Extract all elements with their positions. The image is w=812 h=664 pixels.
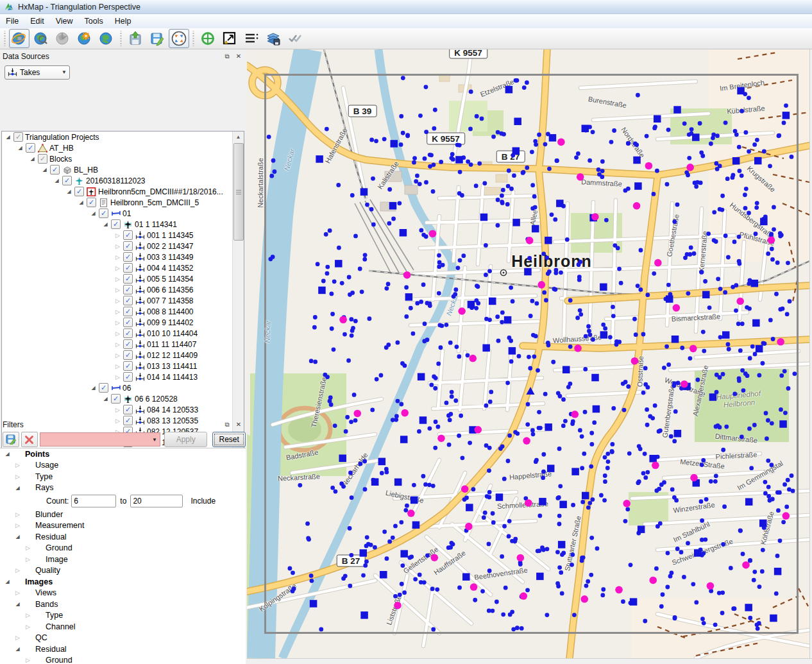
filter-row-views[interactable]: ▷Views (0, 588, 246, 599)
collapse-icon[interactable]: ◢ (14, 533, 21, 540)
tree-row[interactable]: ◢✓20160318112023 (2, 175, 244, 186)
tree-row[interactable]: ▷✓004 4 114352 (2, 262, 244, 273)
scroll-thumb[interactable] (233, 143, 244, 241)
filter-row-ground[interactable]: ▷Ground (0, 543, 246, 554)
filter-preset-dropdown[interactable]: ▼ (40, 432, 160, 447)
rays-count-to-input[interactable] (130, 495, 183, 507)
filter-row-measurement[interactable]: ▷Measurement (0, 520, 246, 532)
tree-row[interactable]: ▷✓005 5 114354 (2, 273, 244, 284)
expand-icon[interactable]: ▷ (24, 612, 31, 619)
collapse-icon[interactable]: ◢ (90, 384, 97, 391)
filter-row-residual[interactable]: ◢Residual (0, 531, 246, 543)
tree-row[interactable]: ◢✓01 1 114341 (2, 219, 244, 230)
expand-icon[interactable]: ▷ (24, 657, 31, 664)
tree-row[interactable]: ◢✓06 6 120528 (2, 393, 244, 404)
map-canvas[interactable]: Heilbronn NeckartalstraßeNeckarNeckarNec… (247, 49, 809, 658)
tree-row[interactable]: ▷✓001 1 114345 (2, 230, 244, 241)
filter-row-image[interactable]: ▷Image (0, 554, 246, 565)
collapse-icon[interactable]: ◢ (90, 210, 97, 217)
expand-icon[interactable]: ▷ (114, 264, 121, 271)
checkbox[interactable]: ✓ (123, 252, 133, 262)
collapse-icon[interactable]: ◢ (102, 395, 109, 402)
reset-button[interactable]: Reset (212, 432, 246, 447)
data-sources-tree[interactable]: ◢✓Triangulation Projects◢✓AT_HB◢✓Blocks◢… (1, 131, 244, 466)
expand-icon[interactable]: ▷ (14, 522, 21, 529)
tree-row[interactable]: ◢✓Heilbronn5cm_DMCIII##1/18/2016... (2, 186, 244, 197)
checkbox[interactable]: ✓ (99, 209, 108, 218)
apply-button[interactable]: Apply (164, 432, 207, 447)
expand-icon[interactable]: ▷ (24, 545, 31, 552)
filter-row-channel[interactable]: ▷Channel (0, 621, 246, 633)
rays-count-from-input[interactable] (71, 495, 116, 507)
save-edit-button[interactable] (147, 29, 167, 48)
filter-row-images[interactable]: ◢Images (0, 576, 246, 588)
expand-icon[interactable]: ▷ (114, 330, 121, 337)
checkbox[interactable]: ✓ (123, 285, 133, 294)
title-bar[interactable]: HxMap - Triangulation Perspective (0, 0, 812, 14)
fit-view-button[interactable] (169, 29, 189, 48)
expand-icon[interactable]: ▷ (14, 590, 21, 597)
collapse-icon[interactable]: ◢ (102, 221, 109, 228)
world-view-button[interactable] (96, 29, 117, 48)
collapse-icon[interactable]: ◢ (78, 199, 85, 206)
menu-item-file[interactable]: File (0, 15, 24, 27)
filter-row-ground[interactable]: ▷Ground (0, 655, 246, 664)
checkbox[interactable]: ✓ (50, 165, 60, 175)
collapse-icon[interactable]: ◢ (53, 177, 60, 184)
tree-row[interactable]: ◢✓BL_HB (2, 164, 244, 175)
workspace-globe-button[interactable] (9, 29, 30, 48)
expand-icon[interactable]: ▷ (114, 253, 121, 260)
delete-filter-button[interactable] (21, 432, 38, 447)
tree-row[interactable]: ▷✓010 10 114404 (2, 328, 244, 339)
menu-item-view[interactable]: View (50, 15, 79, 27)
tree-row[interactable]: ▷✓009 9 114402 (2, 317, 244, 328)
tree-row[interactable]: ▷✓006 6 114356 (2, 284, 244, 295)
filters-tree[interactable]: ◢Points▷Usage▷Type◢RaysCount:toInclude▷B… (0, 448, 246, 664)
menu-item-edit[interactable]: Edit (24, 15, 50, 27)
checkbox[interactable]: ✓ (87, 198, 96, 207)
close-panel-icon[interactable]: ✕ (234, 52, 243, 60)
checkbox[interactable]: ✓ (123, 307, 133, 316)
expand-icon[interactable]: ▷ (114, 286, 121, 293)
collapse-icon[interactable]: ◢ (14, 484, 21, 491)
validate-button[interactable] (285, 29, 305, 48)
collapse-icon[interactable]: ◢ (4, 578, 11, 585)
expand-icon[interactable]: ▷ (114, 341, 121, 348)
checkbox[interactable]: ✓ (123, 339, 133, 349)
list-options-button[interactable] (241, 29, 262, 48)
checkbox[interactable]: ✓ (13, 132, 23, 142)
checkbox[interactable]: ✓ (38, 154, 47, 164)
expand-icon[interactable]: ▷ (14, 634, 21, 642)
layers-save-button[interactable] (263, 29, 283, 48)
collapse-icon[interactable]: ◢ (14, 600, 21, 608)
float-panel-icon[interactable]: ⧉ (223, 420, 232, 429)
tree-row[interactable]: ◢✓Triangulation Projects (2, 132, 244, 142)
checkbox[interactable]: ✓ (123, 274, 133, 284)
tree-row[interactable]: ▷✓008 8 114400 (2, 306, 244, 317)
export-view-button[interactable] (219, 29, 240, 48)
tree-row[interactable]: ◢✓06 (2, 382, 244, 393)
checkbox[interactable]: ✓ (111, 394, 121, 404)
expand-icon[interactable]: ▷ (114, 308, 121, 315)
tree-row[interactable]: ▷✓084 14 120533 (2, 404, 244, 415)
checkbox[interactable]: ✓ (123, 328, 133, 338)
filter-row-type[interactable]: ▷Type (0, 471, 246, 482)
tree-row[interactable]: ▷✓007 7 114358 (2, 295, 244, 306)
checkbox[interactable]: ✓ (123, 230, 133, 240)
expand-icon[interactable]: ▷ (114, 243, 121, 250)
tree-scrollbar[interactable]: ▲ ▼ (232, 132, 244, 466)
filter-row-qc[interactable]: ▷QC (0, 633, 246, 644)
collapse-icon[interactable]: ◢ (29, 155, 36, 162)
collapse-icon[interactable]: ◢ (17, 144, 24, 151)
expand-icon[interactable]: ▷ (114, 373, 121, 380)
checkbox[interactable]: ✓ (123, 318, 133, 327)
import-button[interactable] (125, 29, 146, 48)
checkbox[interactable]: ✓ (26, 143, 35, 153)
collapse-icon[interactable]: ◢ (4, 133, 12, 140)
expand-icon[interactable]: ▷ (24, 556, 31, 563)
checkbox[interactable]: ✓ (123, 241, 133, 251)
tree-row[interactable]: ◢✓01 (2, 208, 244, 219)
expand-icon[interactable]: ▷ (114, 352, 121, 359)
checkbox[interactable]: ✓ (111, 219, 121, 229)
expand-icon[interactable]: ▷ (14, 567, 21, 574)
